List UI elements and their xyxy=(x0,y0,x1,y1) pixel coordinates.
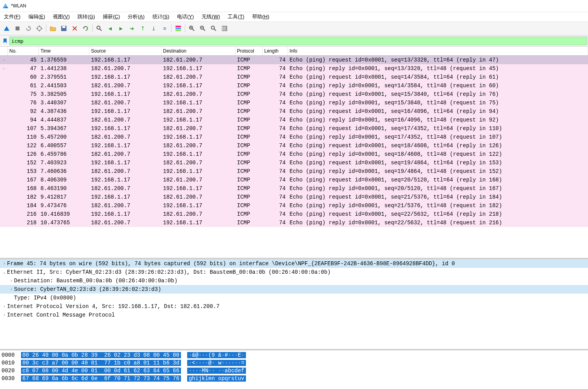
col-header-time[interactable]: Time xyxy=(39,47,90,55)
open-file-button[interactable] xyxy=(48,23,58,33)
zoom-reset-button[interactable] xyxy=(209,23,219,33)
col-header-length[interactable]: Length xyxy=(263,47,288,55)
menu-item[interactable]: 视图(V) xyxy=(51,12,71,21)
hex-bytes: 67 68 69 6a 6b 6c 6d 6e 6f 70 71 72 73 7… xyxy=(21,375,181,382)
packet-row[interactable]: 1678.406309192.168.1.17182.61.200.7ICMP7… xyxy=(0,176,588,184)
cell-source: 182.61.200.7 xyxy=(90,117,161,123)
hex-row[interactable]: 001000 3c c3 a7 00 00 40 01 77 1b c0 a8 … xyxy=(2,359,586,367)
zoom-out-button[interactable] xyxy=(198,23,208,33)
close-file-button[interactable] xyxy=(70,23,80,33)
packet-list-pane[interactable]: No. Time Source Destination Protocol Len… xyxy=(0,47,588,259)
svg-rect-14 xyxy=(176,30,181,31)
cell-time: 1.376559 xyxy=(39,57,90,63)
packet-row[interactable]: 1849.473476182.61.200.7192.168.1.17ICMP7… xyxy=(0,201,588,210)
menu-item[interactable]: 文件(F) xyxy=(2,12,22,21)
packet-row[interactable]: 1075.394367192.168.1.17182.61.200.7ICMP7… xyxy=(0,124,588,133)
packet-row[interactable]: 1688.463190182.61.200.7192.168.1.17ICMP7… xyxy=(0,184,588,193)
go-to-packet-button[interactable]: ➜ xyxy=(127,23,137,33)
packet-row[interactable]: 21610.416839192.168.1.17182.61.200.7ICMP… xyxy=(0,210,588,218)
packet-row[interactable]: 1829.412817192.168.1.17182.61.200.7ICMP7… xyxy=(0,193,588,201)
related-packet-icon: ← xyxy=(0,67,8,71)
tree-toggle-icon[interactable]: › xyxy=(9,287,14,292)
packet-row[interactable]: 1105.457200182.61.200.7192.168.1.17ICMP7… xyxy=(0,133,588,141)
cell-length: 74 xyxy=(263,202,288,209)
colorize-button[interactable] xyxy=(173,23,183,33)
packet-row[interactable]: 763.440307182.61.200.7192.168.1.17ICMP74… xyxy=(0,99,588,107)
menu-item[interactable]: 无线(W) xyxy=(200,12,221,21)
col-header-no[interactable]: No. xyxy=(8,47,39,55)
go-to-first-button[interactable]: ⤒ xyxy=(138,23,148,33)
packet-row[interactable]: 21810.473765182.61.200.7192.168.1.17ICMP… xyxy=(0,218,588,227)
tree-toggle-icon[interactable]: › xyxy=(9,279,14,283)
detail-tree-row[interactable]: ›Source: CyberTAN_02:23:d3 (28:39:26:02:… xyxy=(0,285,588,294)
packet-row[interactable]: →451.376559192.168.1.17182.61.200.7ICMP7… xyxy=(0,56,588,64)
svg-point-22 xyxy=(211,26,214,29)
menu-item[interactable]: 分析(A) xyxy=(126,12,146,21)
packet-row[interactable]: ←471.441238182.61.200.7192.168.1.17ICMP7… xyxy=(0,64,588,73)
menu-item[interactable]: 工具(T) xyxy=(226,12,246,21)
bookmark-filter-icon[interactable] xyxy=(2,37,9,44)
go-back-button[interactable]: ◄ xyxy=(105,23,115,33)
packet-row[interactable]: 753.382505192.168.1.17182.61.200.7ICMP74… xyxy=(0,90,588,99)
go-to-last-button[interactable]: ⤓ xyxy=(149,23,159,33)
packet-details-pane[interactable]: ›Frame 45: 74 bytes on wire (592 bits), … xyxy=(0,259,588,350)
packet-row[interactable]: 612.441503182.61.200.7192.168.1.17ICMP74… xyxy=(0,81,588,90)
cell-info: Echo (ping) request id=0x0001, seq=20/51… xyxy=(288,177,588,183)
tree-toggle-icon[interactable]: ⌄ xyxy=(2,270,7,275)
menu-item[interactable]: 编辑(E) xyxy=(27,12,47,21)
packet-row[interactable]: 602.379551192.168.1.17182.61.200.7ICMP74… xyxy=(0,73,588,81)
menu-item[interactable]: 跳转(G) xyxy=(76,12,97,21)
restart-capture-button[interactable] xyxy=(23,23,33,33)
packet-row[interactable]: 1266.459786182.61.200.7192.168.1.17ICMP7… xyxy=(0,150,588,158)
auto-scroll-button[interactable]: ≡ xyxy=(160,23,170,33)
zoom-in-button[interactable] xyxy=(187,23,197,33)
start-capture-button[interactable] xyxy=(2,23,12,33)
detail-tree-row[interactable]: ›Internet Control Message Protocol xyxy=(0,311,588,319)
stop-capture-button[interactable] xyxy=(12,23,23,33)
find-packet-button[interactable] xyxy=(94,23,104,33)
detail-tree-row[interactable]: Type: IPv4 (0x0800) xyxy=(0,294,588,302)
col-header-source[interactable]: Source xyxy=(90,47,161,55)
tree-toggle-icon[interactable]: › xyxy=(2,262,7,266)
svg-rect-26 xyxy=(226,26,227,31)
packet-row[interactable]: 944.444837182.61.200.7192.168.1.17ICMP74… xyxy=(0,116,588,124)
hex-row[interactable]: 0020c8 07 08 00 4d 4e 00 01 00 0d 61 62 … xyxy=(2,367,586,375)
col-header-info[interactable]: Info xyxy=(288,47,588,55)
cell-source: 192.168.1.17 xyxy=(90,108,161,114)
cell-time: 8.406309 xyxy=(39,177,90,183)
cell-destination: 192.168.1.17 xyxy=(161,100,235,106)
menu-item[interactable]: 帮助(H) xyxy=(251,12,271,21)
col-header-protocol[interactable]: Protocol xyxy=(235,47,263,55)
detail-tree-row[interactable]: ›Destination: BaustemB_00:0a:0b (00:26:4… xyxy=(0,276,588,285)
detail-tree-row[interactable]: ›Internet Protocol Version 4, Src: 192.1… xyxy=(0,302,588,311)
save-file-button[interactable] xyxy=(59,23,69,33)
cell-length: 74 xyxy=(263,134,288,140)
packet-row[interactable]: 1226.400557192.168.1.17182.61.200.7ICMP7… xyxy=(0,141,588,150)
svg-rect-7 xyxy=(62,26,65,28)
detail-text: Type: IPv4 (0x0800) xyxy=(14,295,76,301)
packet-row[interactable]: 1537.460636182.61.200.7192.168.1.17ICMP7… xyxy=(0,167,588,176)
display-filter-input[interactable] xyxy=(9,37,587,45)
reload-file-button[interactable] xyxy=(81,23,91,33)
resize-columns-button[interactable] xyxy=(219,23,230,33)
go-forward-button[interactable]: ► xyxy=(116,23,126,33)
packet-row[interactable]: 924.387436192.168.1.17182.61.200.7ICMP74… xyxy=(0,107,588,116)
cell-no: 126 xyxy=(8,151,39,157)
packet-bytes-pane[interactable]: 000000 26 40 00 0a 0b 28 39 26 02 23 d3 … xyxy=(0,350,588,389)
tree-toggle-icon[interactable]: › xyxy=(2,313,7,317)
menu-item[interactable]: 统计(S) xyxy=(151,12,171,21)
packet-row[interactable]: 1527.403923192.168.1.17182.61.200.7ICMP7… xyxy=(0,158,588,167)
hex-row[interactable]: 000000 26 40 00 0a 0b 28 39 26 02 23 d3 … xyxy=(2,351,586,359)
menu-item[interactable]: 电话(Y) xyxy=(176,12,195,21)
cell-no: 92 xyxy=(8,108,39,114)
detail-tree-row[interactable]: ›Frame 45: 74 bytes on wire (592 bits), … xyxy=(0,259,588,268)
tree-toggle-icon[interactable]: › xyxy=(2,305,7,309)
menu-item[interactable]: 捕获(C) xyxy=(101,12,121,21)
cell-length: 74 xyxy=(263,100,288,106)
cell-protocol: ICMP xyxy=(235,57,263,63)
col-header-destination[interactable]: Destination xyxy=(161,47,235,55)
hex-row[interactable]: 003067 68 69 6a 6b 6c 6d 6e 6f 70 71 72 … xyxy=(2,375,586,382)
detail-tree-row[interactable]: ⌄Ethernet II, Src: CyberTAN_02:23:d3 (28… xyxy=(0,268,588,276)
capture-options-button[interactable] xyxy=(34,23,44,33)
cell-source: 182.61.200.7 xyxy=(90,65,161,72)
